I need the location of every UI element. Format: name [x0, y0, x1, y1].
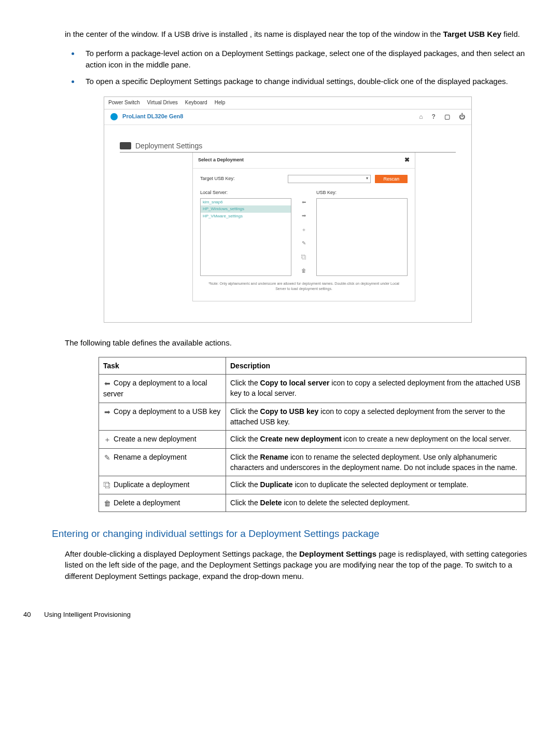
list-item[interactable]: HP_VMware_settings: [201, 213, 291, 220]
usb-key-label: USB Key:: [316, 190, 337, 195]
table-row: ＋Create a new deployment Click the Creat…: [99, 431, 526, 448]
intro-paragraph: in the center of the window. If a USB dr…: [65, 29, 529, 40]
table-row: ➡Copy a deployment to a USB key Click th…: [99, 403, 526, 431]
deployment-settings-heading: Deployment Settings: [120, 141, 456, 153]
local-server-list[interactable]: kim_snap6 HP_Windows_settings HP_VMware_…: [200, 198, 291, 276]
subsection-body: After double-clicking a displayed Deploy…: [65, 548, 529, 582]
page-number: 40: [23, 610, 31, 620]
rename-deployment-icon[interactable]: ✎: [302, 240, 306, 247]
hp-logo-icon: [110, 113, 118, 120]
copy-to-local-icon: ⬅: [103, 378, 111, 389]
create-deployment-icon: ＋: [103, 434, 111, 445]
ilo-menubar: Power Switch Virtual Drives Keyboard Hel…: [104, 97, 471, 109]
page-footer: 40 Using Intelligent Provisioning: [31, 610, 529, 620]
usb-key-list[interactable]: [316, 198, 408, 276]
select-deployment-dialog: Select a Deployment ✖ Target USB Key: ▾ …: [192, 153, 415, 301]
deployment-settings-icon: [120, 142, 131, 149]
col-task-header: Task: [99, 357, 226, 374]
intro-bold: Target USB Key: [443, 30, 501, 38]
task-name: Copy a deployment to a local server: [103, 379, 207, 398]
delete-deployment-icon: 🗑: [103, 498, 111, 508]
server-title-bar: ProLiant DL320e Gen8 ⌂ ? ▢ ⏻: [104, 109, 471, 125]
power-icon[interactable]: ⏻: [459, 113, 465, 120]
duplicate-deployment-icon: ⿻: [103, 480, 111, 490]
list-item[interactable]: HP_Windows_settings: [201, 205, 291, 213]
chevron-down-icon: ▾: [366, 176, 368, 181]
table-row: ✎Rename a deployment Click the Rename ic…: [99, 448, 526, 476]
task-name: Duplicate a deployment: [114, 480, 189, 489]
table-row: 🗑Delete a deployment Click the Delete ic…: [99, 494, 526, 512]
server-title: ProLiant DL320e Gen8: [122, 113, 183, 119]
footer-title: Using Intelligent Provisioning: [44, 611, 131, 618]
bullet-item: To open a specific Deployment Settings p…: [80, 74, 529, 87]
table-row: ⿻Duplicate a deployment Click the Duplic…: [99, 476, 526, 494]
deployment-settings-label: Deployment Settings: [135, 141, 202, 151]
bullet-item: To perform a package-level action on a D…: [80, 46, 529, 71]
task-name: Rename a deployment: [114, 453, 187, 461]
task-name: Create a new deployment: [114, 435, 197, 443]
task-name: Copy a deployment to a USB key: [114, 407, 220, 416]
copy-to-usb-icon: ➡: [103, 407, 111, 417]
task-name: Delete a deployment: [114, 499, 180, 507]
embedded-screenshot: Power Switch Virtual Drives Keyboard Hel…: [104, 96, 472, 323]
table-intro-text: The following table defines the availabl…: [65, 337, 529, 349]
actions-table: Task Description ⬅Copy a deployment to a…: [99, 357, 526, 513]
delete-deployment-icon[interactable]: 🗑: [301, 267, 306, 275]
col-description-header: Description: [226, 357, 526, 374]
dialog-footnote: *Note: Only alphanumeric and underscore …: [200, 281, 408, 292]
local-server-label: Local Server:: [200, 190, 228, 195]
rescan-button[interactable]: Rescan: [375, 175, 408, 183]
intro-text: in the center of the window. If a USB dr…: [65, 30, 443, 38]
duplicate-deployment-icon[interactable]: ⿻: [301, 254, 306, 261]
copy-to-local-icon[interactable]: ⬅: [302, 199, 306, 206]
menu-keyboard[interactable]: Keyboard: [185, 99, 207, 107]
copy-to-usb-icon[interactable]: ➡: [302, 212, 306, 220]
intro-bullets: To perform a package-level action on a D…: [80, 46, 529, 87]
target-usb-key-select[interactable]: ▾: [288, 175, 371, 183]
action-icon-column: ⬅ ➡ ＋ ✎ ⿻ 🗑: [297, 189, 311, 276]
close-icon[interactable]: ✖: [404, 156, 410, 164]
table-row: ⬅Copy a deployment to a local server Cli…: [99, 374, 526, 403]
menu-help[interactable]: Help: [215, 99, 226, 107]
maximize-icon[interactable]: ▢: [444, 113, 450, 120]
rename-deployment-icon: ✎: [103, 452, 111, 463]
home-icon[interactable]: ⌂: [419, 113, 423, 120]
intro-after: field.: [503, 30, 520, 38]
menu-virtual-drives[interactable]: Virtual Drives: [147, 99, 178, 107]
menu-power-switch[interactable]: Power Switch: [108, 99, 140, 107]
dialog-title: Select a Deployment: [198, 157, 244, 163]
subsection-heading: Entering or changing individual settings…: [52, 527, 529, 541]
help-icon[interactable]: ?: [432, 113, 436, 120]
list-item[interactable]: kim_snap6: [201, 199, 291, 206]
create-deployment-icon[interactable]: ＋: [301, 226, 306, 234]
table-header-row: Task Description: [99, 357, 526, 374]
target-usb-key-label: Target USB Key:: [200, 175, 235, 182]
